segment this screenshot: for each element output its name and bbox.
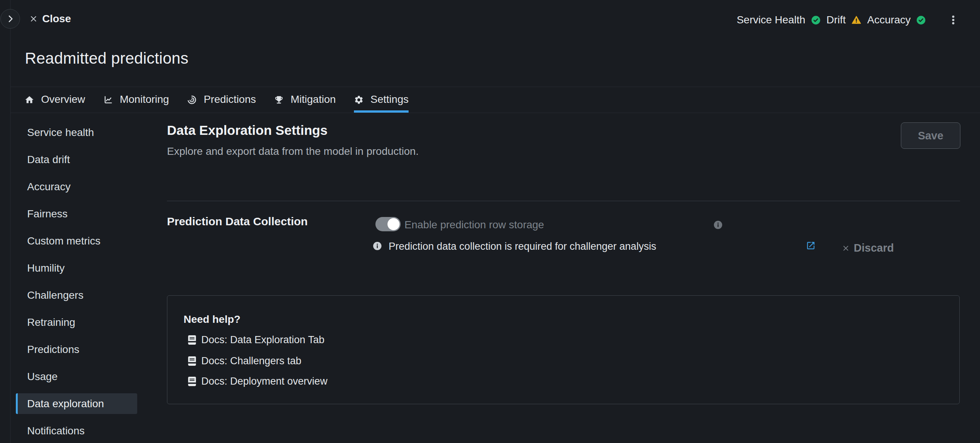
tab-settings[interactable]: Settings: [354, 87, 409, 113]
close-icon: [29, 15, 38, 23]
book-icon: [188, 356, 196, 366]
sidebar-item-humility[interactable]: Humility: [16, 258, 137, 278]
check-circle-icon: [916, 16, 926, 25]
sidebar-item-label: Retraining: [27, 316, 75, 329]
status-drift-label: Drift: [827, 14, 846, 26]
tab-mitigation[interactable]: Mitigation: [274, 87, 336, 113]
help-panel: Need help? Docs: Data Exploration Tab Do…: [167, 295, 959, 404]
close-label: Close: [42, 13, 71, 25]
book-icon: [188, 335, 196, 345]
toggle-knob: [388, 218, 399, 230]
settings-sidebar: Service health Data drift Accuracy Fairn…: [11, 113, 158, 443]
top-bar: Close Readmitted predictions Service Hea…: [11, 0, 980, 87]
sidebar-item-label: Challengers: [27, 289, 83, 302]
status-accuracy[interactable]: Accuracy: [867, 14, 926, 26]
gear-icon: [354, 95, 364, 105]
line-chart-icon: [103, 95, 113, 105]
check-circle-icon: [811, 16, 821, 25]
sidebar-item-predictions[interactable]: Predictions: [16, 339, 137, 360]
kebab-menu-button[interactable]: [948, 13, 959, 27]
tab-mitigation-label: Mitigation: [291, 94, 336, 105]
info-icon[interactable]: [714, 221, 722, 229]
external-link-icon[interactable]: [806, 241, 816, 251]
page-subtitle: Explore and export data from the model i…: [167, 145, 419, 157]
chevron-right-icon: [6, 14, 15, 23]
sidebar-item-label: Custom metrics: [27, 235, 100, 247]
deployment-title: Readmitted predictions: [25, 49, 188, 67]
tab-predictions[interactable]: Predictions: [187, 87, 256, 113]
prediction-row-storage-toggle[interactable]: [375, 217, 401, 231]
tab-overview-label: Overview: [41, 94, 85, 105]
doc-link-deployment-overview[interactable]: Docs: Deployment overview: [188, 376, 328, 387]
doc-link-challengers-tab[interactable]: Docs: Challengers tab: [188, 355, 302, 367]
status-service-health[interactable]: Service Health: [737, 14, 820, 26]
kebab-menu-icon: [948, 14, 959, 25]
sidebar-item-label: Fairness: [27, 208, 67, 220]
sidebar-item-label: Data drift: [27, 154, 70, 166]
prediction-data-note: Prediction data collection is required f…: [388, 241, 656, 252]
book-icon: [188, 376, 196, 386]
sidebar-item-label: Accuracy: [27, 181, 70, 193]
prediction-data-collection-label: Prediction Data Collection: [167, 216, 307, 227]
warning-triangle-icon: [851, 15, 861, 25]
tab-predictions-label: Predictions: [204, 94, 256, 105]
sidebar-item-accuracy[interactable]: Accuracy: [16, 176, 137, 197]
sidebar-item-fairness[interactable]: Fairness: [16, 203, 137, 224]
sidebar-item-label: Predictions: [27, 343, 80, 356]
home-icon: [24, 95, 34, 105]
doc-link-data-exploration-tab[interactable]: Docs: Data Exploration Tab: [188, 334, 325, 345]
status-service-health-label: Service Health: [737, 14, 805, 26]
discard-label: Discard: [854, 242, 894, 254]
status-drift[interactable]: Drift: [827, 14, 861, 26]
sidebar-item-service-health[interactable]: Service health: [16, 122, 137, 143]
status-accuracy-label: Accuracy: [867, 14, 911, 26]
spiral-icon: [187, 95, 197, 105]
save-button[interactable]: Save: [901, 122, 960, 149]
sidebar-item-label: Usage: [27, 371, 58, 383]
close-icon: [842, 245, 850, 252]
sidebar-item-label: Data exploration: [27, 398, 104, 410]
sidebar-item-usage[interactable]: Usage: [16, 366, 137, 387]
close-button[interactable]: Close: [29, 13, 71, 25]
sidebar-item-label: Notifications: [27, 425, 85, 437]
doc-link-label: Docs: Challengers tab: [201, 356, 302, 366]
help-panel-title: Need help?: [184, 314, 240, 325]
toggle-label: Enable prediction row storage: [404, 219, 544, 230]
doc-link-label: Docs: Deployment overview: [201, 376, 328, 386]
sidebar-item-label: Humility: [27, 262, 65, 274]
sidebar-item-notifications[interactable]: Notifications: [16, 421, 137, 441]
expand-panel-button[interactable]: [0, 9, 20, 29]
deployment-status-summary: Service Health Drift Accuracy: [737, 13, 959, 27]
trophy-icon: [274, 95, 284, 105]
discard-button[interactable]: Discard: [842, 242, 894, 254]
tab-overview[interactable]: Overview: [24, 87, 85, 113]
tab-monitoring-label: Monitoring: [120, 94, 169, 105]
sidebar-item-data-exploration[interactable]: Data exploration: [16, 393, 137, 414]
info-icon: [373, 241, 382, 251]
tab-settings-label: Settings: [371, 94, 409, 105]
section-divider: [167, 201, 960, 201]
sidebar-item-retraining[interactable]: Retraining: [16, 312, 137, 333]
page-title: Data Exploration Settings: [167, 123, 328, 138]
tab-monitoring[interactable]: Monitoring: [103, 87, 169, 113]
sidebar-item-custom-metrics[interactable]: Custom metrics: [16, 230, 137, 251]
sidebar-item-label: Service health: [27, 127, 94, 139]
doc-link-label: Docs: Data Exploration Tab: [201, 335, 325, 345]
sidebar-item-challengers[interactable]: Challengers: [16, 285, 137, 305]
deployment-tab-bar: Overview Monitoring Predictions Mitigati…: [11, 87, 980, 113]
main-content: Data Exploration Settings Explore and ex…: [166, 113, 961, 443]
sidebar-item-data-drift[interactable]: Data drift: [16, 149, 137, 170]
